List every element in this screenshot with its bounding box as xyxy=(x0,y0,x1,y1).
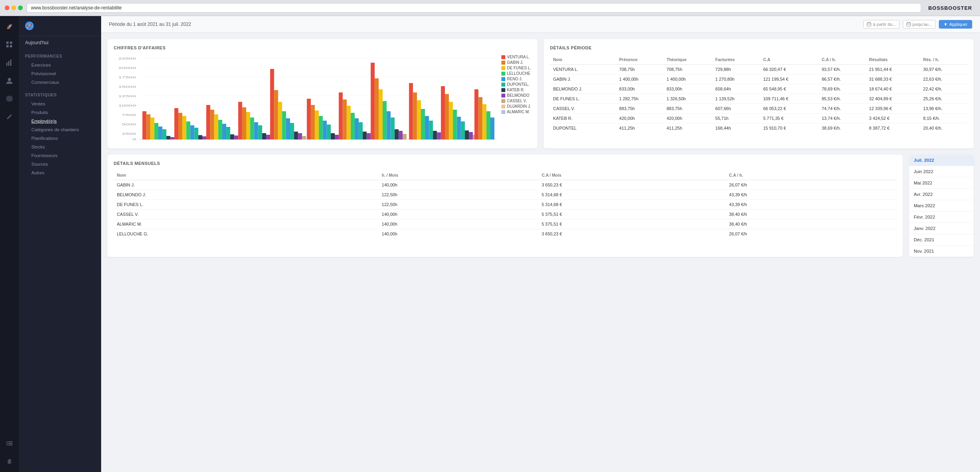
table-row: LELLOUCHE G. 140,00h 3 650,23 € 26,07 €/… xyxy=(114,229,897,239)
svg-text:mars 22: mars 22 xyxy=(380,141,397,141)
top-bar-filters: à partir du... jusqu'au... ▼ Appliquer xyxy=(863,20,972,29)
from-date-placeholder: à partir du... xyxy=(873,22,896,27)
sidebar-item-produits[interactable]: Produits xyxy=(25,108,95,117)
month-list-item[interactable]: Déc. 2021 xyxy=(909,234,974,246)
svg-rect-139 xyxy=(483,104,486,139)
sidebar-item-exercices[interactable]: Exercices xyxy=(25,61,95,69)
sidebar-item-ventes[interactable]: Ventes xyxy=(25,99,95,108)
icon-bar-grid[interactable] xyxy=(4,39,15,51)
to-date-placeholder: jusqu'au... xyxy=(913,22,932,27)
month-list-item[interactable]: Nov. 2021 xyxy=(909,246,974,257)
sidebar-today[interactable]: Aujourd'hui xyxy=(19,36,101,49)
sidebar-item-sources[interactable]: Sources xyxy=(25,160,95,168)
svg-text:12500: 12500 xyxy=(118,94,136,98)
legend-color-lellouche xyxy=(501,72,505,76)
svg-rect-79 xyxy=(274,90,278,139)
svg-rect-65 xyxy=(226,127,230,139)
month-list-item[interactable]: Janv. 2022 xyxy=(909,223,974,234)
svg-rect-131 xyxy=(461,121,465,139)
svg-rect-81 xyxy=(282,111,286,139)
svg-text:2500: 2500 xyxy=(122,132,136,136)
month-list-item[interactable]: Juin 2022 xyxy=(909,166,974,177)
sidebar-item-planifications[interactable]: Planifications xyxy=(25,134,95,143)
details-mensuels-table: Nom h. / Mois C.A / Mois C.A / h. GABIN … xyxy=(114,170,897,239)
sidebar-item-autres[interactable]: Autres xyxy=(25,168,95,177)
svg-text:15000: 15000 xyxy=(118,85,136,89)
sidebar-item-fournisseurs[interactable]: Fournisseurs xyxy=(25,151,95,160)
col-ca-mois: C.A / Mois xyxy=(539,170,726,180)
minimize-dot[interactable] xyxy=(11,5,16,10)
svg-rect-90 xyxy=(315,110,319,139)
svg-rect-42 xyxy=(142,111,146,139)
svg-rect-73 xyxy=(254,122,258,139)
icon-bar-pencil[interactable] xyxy=(4,111,15,123)
sidebar-item-commerciaux[interactable]: Commerciaux xyxy=(25,78,95,87)
legend-defunes: DE FUNES L. xyxy=(501,66,531,70)
svg-rect-76 xyxy=(266,135,270,139)
ca-panel: CHIFFRES D'AFFAIRES 22500 20000 17500 15… xyxy=(107,39,537,148)
svg-text:5000: 5000 xyxy=(122,123,136,126)
sidebar-section-performances: PERFORMANCES Exercices Prévisionnel Comm… xyxy=(19,49,101,88)
svg-rect-47 xyxy=(162,129,166,139)
svg-rect-51 xyxy=(174,108,178,139)
svg-text:févr. 22: févr. 22 xyxy=(345,141,361,141)
sidebar-item-previsionnel[interactable]: Prévisionnel xyxy=(25,69,95,78)
svg-rect-110 xyxy=(387,111,390,139)
month-list-item[interactable]: Avr. 2022 xyxy=(909,189,974,200)
svg-point-7 xyxy=(8,78,11,81)
legend-color-almaric xyxy=(501,110,505,114)
sidebar-item-stocks[interactable]: Stocks xyxy=(25,143,95,151)
svg-rect-80 xyxy=(278,102,282,139)
svg-rect-123 xyxy=(437,132,441,139)
sidebar-section-performances-title: PERFORMANCES xyxy=(25,54,95,61)
svg-rect-141 xyxy=(490,118,494,139)
table-row: DE FUNES L. 1 282,75h 1 326,50h 1 139,52… xyxy=(550,94,967,104)
icon-bar-settings[interactable] xyxy=(4,456,15,467)
ca-panel-title: CHIFFRES D'AFFAIRES xyxy=(114,45,531,50)
sidebar-item-employes[interactable]: Employé(e)s xyxy=(25,117,95,125)
col-res-h: Rés. / h. xyxy=(920,55,967,65)
svg-rect-44 xyxy=(151,118,154,139)
svg-text:20000: 20000 xyxy=(118,66,136,70)
to-date-input[interactable]: jusqu'au... xyxy=(903,20,936,29)
svg-point-10 xyxy=(7,443,8,444)
details-periode-table: Nom Présence Théorique Facturées C.A C.A… xyxy=(550,55,967,133)
svg-point-12 xyxy=(7,445,8,446)
svg-rect-56 xyxy=(194,128,198,139)
url-bar[interactable]: www.bossbooster.net/analyse-de-rentabili… xyxy=(27,3,921,13)
month-list-item[interactable]: Juil. 2022 xyxy=(909,155,974,166)
svg-rect-55 xyxy=(190,125,194,139)
col-ca: C.A xyxy=(760,55,818,65)
top-bar: Période du 1 août 2021 au 31 juil. 2022 … xyxy=(101,16,980,33)
svg-rect-120 xyxy=(425,116,429,139)
svg-rect-13 xyxy=(8,445,13,445)
svg-rect-97 xyxy=(339,92,343,139)
icon-bar-list[interactable] xyxy=(4,438,15,449)
svg-rect-67 xyxy=(234,136,238,139)
table-row: CASSEL V. 883,75h 883,75h 607,66h 66 053… xyxy=(550,104,967,114)
from-date-input[interactable]: à partir du... xyxy=(863,20,900,29)
svg-rect-122 xyxy=(433,131,437,139)
close-dot[interactable] xyxy=(5,5,9,10)
sidebar-item-categories[interactable]: Catégories de chantiers xyxy=(25,125,95,134)
svg-rect-64 xyxy=(222,124,226,139)
icon-bar-map[interactable] xyxy=(4,93,15,105)
apply-button[interactable]: ▼ Appliquer xyxy=(939,20,972,29)
icon-bar-chart[interactable] xyxy=(4,57,15,69)
svg-rect-0 xyxy=(6,42,9,44)
svg-text:août. 21: août. 21 xyxy=(148,141,165,141)
calendar-icon xyxy=(867,22,871,27)
legend-lellouche: LELLOUCHE xyxy=(501,71,531,76)
table-row: BELMONDO J. 833,00h 833,00h 658,64h 65 5… xyxy=(550,84,967,94)
svg-rect-114 xyxy=(403,134,407,139)
sidebar-logo: 🚀 xyxy=(19,16,101,36)
svg-rect-88 xyxy=(307,99,311,139)
month-list-item[interactable]: Mars 2022 xyxy=(909,200,974,212)
svg-rect-102 xyxy=(359,122,363,139)
month-list-item[interactable]: Mai 2022 xyxy=(909,177,974,189)
icon-bar-user[interactable] xyxy=(4,75,15,87)
icon-bar-rocket[interactable]: 🚀 xyxy=(4,21,15,33)
filter-icon: ▼ xyxy=(944,22,948,27)
maximize-dot[interactable] xyxy=(18,5,23,10)
month-list-item[interactable]: Févr. 2022 xyxy=(909,212,974,223)
